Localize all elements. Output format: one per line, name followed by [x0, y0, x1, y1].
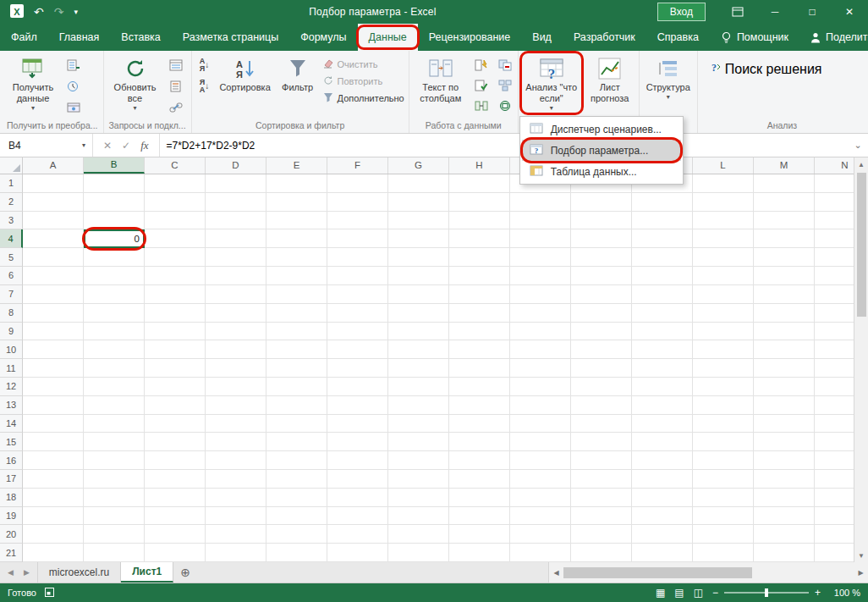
cell-N7[interactable] [815, 285, 854, 304]
cell-C5[interactable] [145, 248, 206, 267]
cell-B5[interactable] [84, 248, 145, 267]
cell-A4[interactable] [23, 229, 84, 248]
cell-B9[interactable] [84, 323, 145, 341]
cell-C13[interactable] [145, 396, 206, 415]
cell-A16[interactable] [23, 451, 84, 470]
cell-I8[interactable] [510, 304, 571, 323]
cell-C16[interactable] [145, 451, 206, 470]
cell-M5[interactable] [754, 248, 815, 267]
cell-F21[interactable] [327, 544, 388, 562]
menu-item-scenario-manager[interactable]: Диспетчер сценариев... [522, 119, 681, 140]
cell-H18[interactable] [449, 489, 510, 507]
cell-A12[interactable] [23, 378, 84, 396]
cell-D9[interactable] [206, 323, 266, 341]
cell-G18[interactable] [388, 489, 449, 507]
cell-K19[interactable] [632, 507, 693, 526]
flash-fill-icon[interactable] [471, 56, 492, 74]
cell-H4[interactable] [449, 229, 510, 248]
cell-G11[interactable] [388, 359, 449, 378]
row-header-5[interactable]: 5 [0, 248, 23, 267]
cell-F13[interactable] [327, 396, 388, 415]
solver-button[interactable]: ? Поиск решения [709, 52, 822, 77]
cell-F12[interactable] [327, 378, 388, 396]
cell-A10[interactable] [23, 340, 84, 359]
cell-K18[interactable] [632, 489, 693, 507]
cell-M17[interactable] [754, 470, 815, 489]
cell-B7[interactable] [84, 285, 145, 304]
cell-I3[interactable] [510, 212, 571, 230]
structure-button[interactable]: Структура ▾ [642, 52, 695, 116]
cell-D16[interactable] [206, 451, 266, 470]
undo-icon[interactable]: ↶ [34, 6, 44, 18]
cell-J6[interactable] [571, 267, 632, 285]
cell-N18[interactable] [815, 489, 854, 507]
cell-F15[interactable] [327, 433, 388, 451]
cell-F19[interactable] [327, 507, 388, 526]
from-text-icon[interactable] [63, 56, 84, 74]
cell-B18[interactable] [84, 489, 145, 507]
cell-K8[interactable] [632, 304, 693, 323]
cell-K5[interactable] [632, 248, 693, 267]
cell-A20[interactable] [23, 525, 84, 544]
cell-F20[interactable] [327, 525, 388, 544]
cell-N8[interactable] [815, 304, 854, 323]
cell-M9[interactable] [754, 323, 815, 341]
advanced-filter-button[interactable]: Дополнительно [323, 92, 404, 104]
cell-B13[interactable] [84, 396, 145, 415]
cell-E4[interactable] [266, 229, 327, 248]
row-header-9[interactable]: 9 [0, 323, 23, 341]
cell-H20[interactable] [449, 525, 510, 544]
cell-N17[interactable] [815, 470, 854, 489]
cell-M6[interactable] [754, 267, 815, 285]
cell-E10[interactable] [266, 340, 327, 359]
cell-E18[interactable] [266, 489, 327, 507]
cell-L21[interactable] [693, 544, 754, 562]
cell-C20[interactable] [145, 525, 206, 544]
cell-A3[interactable] [23, 212, 84, 230]
cell-C14[interactable] [145, 415, 206, 434]
row-header-17[interactable]: 17 [0, 470, 23, 489]
cell-E9[interactable] [266, 323, 327, 341]
cell-J7[interactable] [571, 285, 632, 304]
column-header-F[interactable]: F [327, 157, 388, 174]
cell-C19[interactable] [145, 507, 206, 526]
relationships-icon[interactable] [471, 97, 492, 114]
data-model-icon[interactable] [495, 97, 515, 114]
cell-H17[interactable] [449, 470, 510, 489]
cell-M3[interactable] [754, 212, 815, 230]
sort-button[interactable]: АЯ Сортировка [217, 52, 274, 116]
cell-H2[interactable] [449, 193, 510, 212]
cell-K16[interactable] [632, 451, 693, 470]
tab-view[interactable]: Вид [521, 24, 563, 51]
cell-E19[interactable] [266, 507, 327, 526]
cell-B14[interactable] [84, 415, 145, 434]
row-header-21[interactable]: 21 [0, 544, 23, 562]
zoom-slider[interactable] [724, 592, 809, 594]
cell-G17[interactable] [388, 470, 449, 489]
cell-B12[interactable] [84, 378, 145, 396]
cell-E11[interactable] [266, 359, 327, 378]
cell-B2[interactable] [84, 193, 145, 212]
cell-L10[interactable] [693, 340, 754, 359]
row-header-12[interactable]: 12 [0, 378, 23, 396]
cell-A21[interactable] [23, 544, 84, 562]
cell-N15[interactable] [815, 433, 854, 451]
cell-D21[interactable] [206, 544, 266, 562]
existing-connections-icon[interactable] [63, 98, 84, 116]
row-header-16[interactable]: 16 [0, 451, 23, 470]
minimize-button[interactable]: ─ [756, 0, 794, 24]
cell-C9[interactable] [145, 323, 206, 341]
cell-A13[interactable] [23, 396, 84, 415]
cell-F7[interactable] [327, 285, 388, 304]
cell-L18[interactable] [693, 489, 754, 507]
horizontal-scroll-track[interactable] [563, 562, 854, 583]
cell-L1[interactable] [693, 174, 754, 193]
cell-B8[interactable] [84, 304, 145, 323]
cell-A6[interactable] [23, 267, 84, 285]
cell-M1[interactable] [754, 174, 815, 193]
recent-sources-icon[interactable] [63, 77, 84, 95]
redo-icon[interactable]: ↷ [54, 6, 64, 18]
cell-B16[interactable] [84, 451, 145, 470]
tab-home[interactable]: Главная [48, 24, 111, 51]
cell-J18[interactable] [571, 489, 632, 507]
